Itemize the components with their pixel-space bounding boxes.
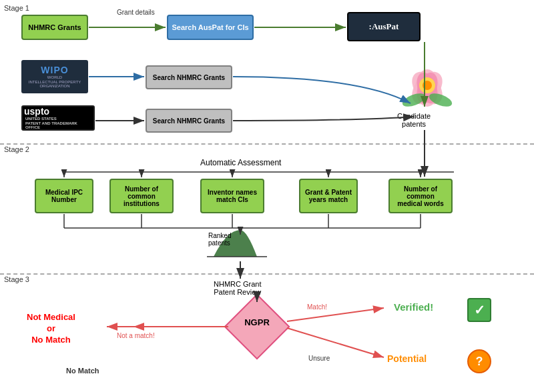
grant-details-label: Grant details [117,9,155,16]
uspto-logo-box: uspto UNITED STATESPATENT AND TRADEMARK … [21,105,95,131]
stage2-label: Stage 2 [4,145,29,153]
automatic-assessment-label: Automatic Assessment [200,158,281,167]
nhmrc-grants-label: NHMRC Grants [28,23,81,31]
not-medical-label: Not Medical or No Match [27,312,75,346]
stage3-label: Stage 3 [4,275,29,283]
wipo-logo-box: WIPO WORLDINTELLECTUAL PROPERTYORGANIZAT… [21,60,88,93]
nhmrc-grants-box: NHMRC Grants [21,15,88,40]
svg-line-37 [287,308,384,321]
inventor-names-box: Inventor names match CIs [200,179,264,213]
search-nhmrc-box2: Search NHMRC Grants [146,109,232,133]
medical-ipc-box: Medical IPC Number [35,179,93,213]
common-medical-box: Number of common medical words [388,179,453,213]
auspat-label: :AusPat [369,21,399,32]
match-label: Match! [307,303,327,311]
search-auspat-label: Search AusPat for CIs [172,23,248,31]
ranked-patents-area: Ranked patents [207,227,267,262]
search-auspat-box: Search AusPat for CIs [167,15,254,40]
check-icon: ✓ [467,298,491,322]
verified-label: Verified! [394,301,433,313]
common-institutions-box: Number of common institutions [109,179,174,213]
unsure-label: Unsure [308,355,330,362]
stage2-divider [0,273,534,275]
candidate-patents-label: Candidate patents [397,112,431,128]
svg-point-6 [423,81,432,90]
auspat-logo-box: :AusPat [347,12,421,41]
ngpr-review-label: NHMRC Grant Patent Review [214,280,262,296]
ranked-patents-label: Ranked patents [208,232,231,247]
svg-line-38 [287,328,384,357]
grant-patent-years-box: Grant & Patent years match [299,179,358,213]
ngpr-diamond-wrap: NGPR [227,300,287,353]
search-nhmrc-box1: Medical IPC Number Search NHMRC Grants [146,65,232,89]
potential-label: Potential [387,353,427,364]
stage1-label: Stage 1 [4,4,29,12]
no-match-label: No Match [66,367,99,375]
ngpr-label: NGPR [227,317,287,327]
question-icon: ? [467,349,491,373]
not-a-match-label: Not a match! [117,332,155,339]
stage1-divider [0,143,534,145]
lotus-flower [400,55,454,108]
